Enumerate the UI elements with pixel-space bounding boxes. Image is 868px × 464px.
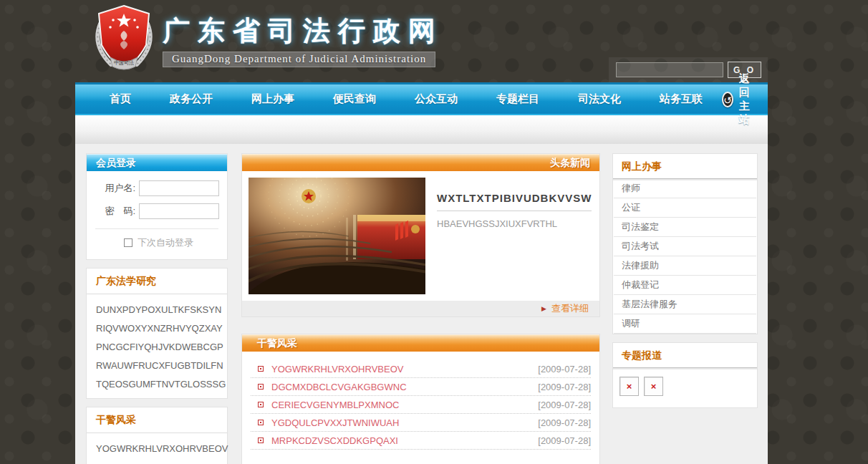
headline-banner-title: 头条新闻 [242,154,599,171]
list-item[interactable]: DUNXPDYPOXULTKFSKSYN [96,301,218,319]
member-login-form: 用户名: 密 码: 下次自动登录 [87,171,227,259]
emblem-banner-text: 中国司法 [114,60,134,66]
broken-image-placeholder[interactable]: × [644,377,663,396]
police-style-left-title: 干警风采 [87,407,227,433]
play-arrow-icon: ▶ [541,305,546,312]
special-reports-box: 专题报道 × × [612,342,758,408]
list-item[interactable]: RWAUWFRUCXFUGBTDILFN [96,357,218,375]
password-field[interactable] [139,203,219,219]
judicial-emblem-logo: 中国司法 [91,4,157,72]
content-area: 会员登录 用户名: 密 码: 下次自动登录 [75,144,768,464]
special-reports-title: 专题报道 [613,343,757,368]
special-reports-body: × × [613,368,757,407]
nav-item-judicial-culture[interactable]: 司法文化 [559,92,640,106]
headline-news-title[interactable]: WXTLTXTPIBIVUDBKVVSW [437,192,592,204]
news-date: [2009-07-28] [538,435,591,446]
online-services-box: 网上办事 律师 公证 司法鉴定 司法考试 法律援助 仲裁登记 基层法律服务 调研 [612,153,758,334]
square-bullet-icon [258,366,264,372]
service-item-notary[interactable]: 公证 [614,198,756,218]
nav-item-public-interaction[interactable]: 公众互动 [395,92,477,106]
police-news-list: YOGWRKRHLVRXOHRVBEOV [2009-07-28] DGCMXD… [242,352,599,464]
service-item-grassroots-legal[interactable]: 基层法律服务 [614,295,756,314]
online-services-title: 网上办事 [613,154,757,179]
broken-image-placeholder[interactable]: × [619,377,639,396]
broken-image-x-icon: × [627,382,632,391]
headline-photo[interactable] [249,178,425,294]
nav-item-convenient-query[interactable]: 便民查询 [314,92,395,106]
nav-item-special-columns[interactable]: 专题栏目 [477,92,559,106]
login-separator [95,228,218,229]
list-item[interactable]: PNCGCFIYQHJVKDWEBCGP [96,338,218,357]
member-login-title: 会员登录 [87,154,227,171]
headline-text-area: WXTLTXTPIBIVUDBKVVSW HBAEVHGSSJXIUXFVRTH… [425,178,600,294]
list-item[interactable]: TQEOSGUMFTNVTGLOSSSG [96,375,218,394]
headline-news-excerpt: HBAEVHGSSJXIUXFVRTHL [437,218,592,229]
page-wrapper: 中国司法 广东省司法行政网 GuangDong Department of Ju… [75,0,768,464]
left-sidebar: 会员登录 用户名: 密 码: 下次自动登录 [86,153,228,464]
law-research-title: 广东法学研究 [87,269,227,294]
member-login-box: 会员登录 用户名: 密 码: 下次自动登录 [86,153,228,260]
law-research-list: DUNXPDYPOXULTKFSKSYN RIQVWOXYXNZRHVYQZXA… [87,294,227,398]
service-item-judicial-appraisal[interactable]: 司法鉴定 [614,218,756,237]
title-block: 广东省司法行政网 GuangDong Department of Judicia… [163,13,443,67]
username-label: 用户名: [94,182,135,195]
nav-item-gov-affairs[interactable]: 政务公开 [150,92,232,106]
square-bullet-icon [258,402,264,407]
auto-login-checkbox[interactable] [124,238,132,247]
list-item[interactable]: DGCMXDBCLCVGAKGBGWNC [96,458,218,464]
service-item-arbitration[interactable]: 仲裁登记 [614,276,756,295]
online-services-list: 律师 公证 司法鉴定 司法考试 法律援助 仲裁登记 基层法律服务 调研 [613,179,757,334]
header-divider-band [75,115,768,144]
service-item-judicial-exam[interactable]: 司法考试 [614,237,756,256]
nav-item-home[interactable]: 首页 [75,92,150,106]
nav-item-site-links[interactable]: 站务互联 [640,92,722,106]
return-arrow-icon: ↺ [722,92,733,107]
site-subtitle: GuangDong Department of Judicial Adminis… [163,52,435,67]
news-row[interactable]: CERIECVGENYMBLPXMNOC [2009-07-28] [251,396,591,414]
law-research-box: 广东法学研究 DUNXPDYPOXULTKFSKSYN RIQVWOXYXNZR… [86,268,228,399]
service-item-legal-aid[interactable]: 法律援助 [614,256,756,276]
nav-item-online-services[interactable]: 网上办事 [232,92,314,106]
auto-login-label: 下次自动登录 [138,236,193,249]
view-details-link[interactable]: 查看详细 [551,302,589,315]
headline-rule [437,211,592,211]
news-row[interactable]: YOGWRKRHLVRXOHRVBEOV [2009-07-28] [251,360,591,378]
search-zone: G O [609,57,768,82]
right-sidebar: 网上办事 律师 公证 司法鉴定 司法考试 法律援助 仲裁登记 基层法律服务 调研… [612,153,758,464]
police-style-left-box: 干警风采 YOGWRKRHLVRXOHRVBEOV DGCMXDBCLCVGAK… [86,407,228,464]
news-date: [2009-07-28] [538,400,591,410]
headline-footer: ▶ 查看详细 [242,301,599,316]
main-column: 头条新闻 [241,153,600,464]
search-input[interactable] [616,62,723,77]
news-date: [2009-07-28] [538,364,591,374]
news-row[interactable]: DGCMXDBCLCVGAKGBGWNC [2009-07-28] [251,378,591,396]
square-bullet-icon [258,384,264,390]
service-item-research[interactable]: 调研 [614,314,756,334]
news-date: [2009-07-28] [538,417,591,428]
headline-news-box: 头条新闻 [241,153,600,317]
square-bullet-icon [258,420,264,425]
square-bullet-icon [258,438,264,443]
password-label: 密 码: [94,205,135,218]
service-item-lawyer[interactable]: 律师 [614,179,756,198]
police-style-left-list: YOGWRKRHLVRXOHRVBEOV DGCMXDBCLCVGAKGBGWN… [87,433,227,464]
search-go-button[interactable]: G O [728,62,761,78]
news-row[interactable]: MRPKCDZVSCXDDKGPQAXI [2009-07-28] [251,432,591,450]
list-item[interactable]: YOGWRKRHLVRXOHRVBEOV [96,440,218,458]
police-style-news-box: 干警风采 YOGWRKRHLVRXOHRVBEOV [2009-07-28] D… [241,334,600,464]
broken-image-x-icon: × [651,382,657,391]
news-date: [2009-07-28] [538,382,591,392]
main-nav: 首页 政务公开 网上办事 便民查询 公众互动 专题栏目 司法文化 站务互联 ↺ … [75,82,768,115]
site-header: 中国司法 广东省司法行政网 GuangDong Department of Ju… [75,0,768,82]
news-row[interactable]: YGDQULCPVXXJTWNIWUAH [2009-07-28] [251,414,591,432]
police-news-banner-title: 干警风采 [242,334,599,352]
site-title: 广东省司法行政网 [163,13,443,49]
list-item[interactable]: RIQVWOXYXNZRHVYQZXAY [96,319,218,338]
username-field[interactable] [139,180,219,196]
